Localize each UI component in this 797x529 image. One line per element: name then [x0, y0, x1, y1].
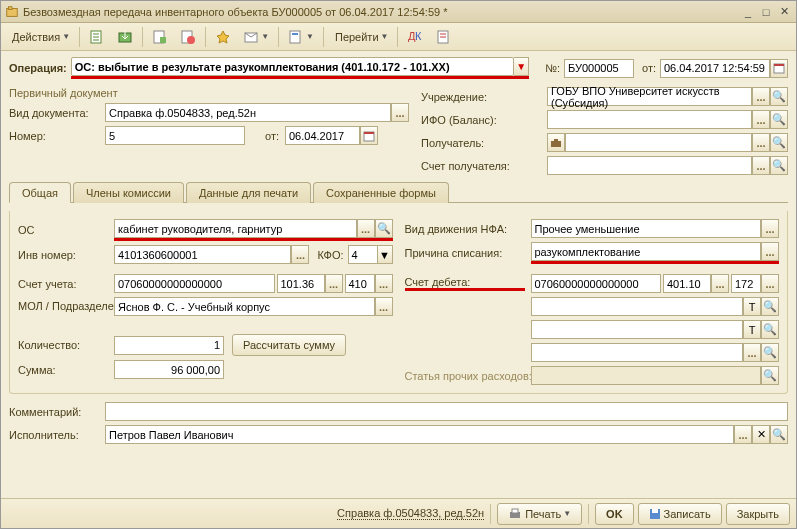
isp-field[interactable]: Петров Павел Иванович: [105, 425, 734, 444]
isp-clear-icon[interactable]: ✕: [752, 425, 770, 444]
spravka-link[interactable]: Справка ф.0504833, ред.52н: [337, 507, 484, 520]
debet-s1[interactable]: 🔍: [761, 297, 779, 316]
debet-s3[interactable]: 🔍: [761, 343, 779, 362]
isp-search-icon[interactable]: 🔍: [770, 425, 788, 444]
qty-field[interactable]: 1: [114, 336, 224, 355]
nomer-field[interactable]: 5: [105, 126, 245, 145]
inv-lookup[interactable]: ...: [291, 245, 309, 264]
operation-select[interactable]: ОС: выбытие в результате разукомплектова…: [71, 57, 514, 76]
debet-extra3-lu[interactable]: ...: [743, 343, 761, 362]
schetuch-f2[interactable]: 101.36: [277, 274, 325, 293]
ot-date-field[interactable]: 06.04.2017: [285, 126, 360, 145]
ot-calendar-icon[interactable]: [360, 126, 378, 145]
schetuch-f3[interactable]: 410: [345, 274, 375, 293]
pol-briefcase-icon[interactable]: [547, 133, 565, 152]
viddok-lookup[interactable]: ...: [391, 103, 409, 122]
viddv-lookup[interactable]: ...: [761, 219, 779, 238]
ok-button[interactable]: OK: [595, 503, 634, 525]
calendar-icon[interactable]: [770, 59, 788, 78]
ifo-search-icon[interactable]: 🔍: [770, 110, 788, 129]
tab-committee[interactable]: Члены комиссии: [73, 182, 184, 203]
debet-extra2[interactable]: [531, 320, 744, 339]
os-lookup[interactable]: ...: [357, 219, 375, 238]
svg-rect-23: [652, 509, 658, 513]
viddok-label: Вид документа:: [9, 107, 99, 119]
statya-search[interactable]: 🔍: [761, 366, 779, 385]
prichina-lookup[interactable]: ...: [761, 242, 779, 261]
tb-icon-7[interactable]: ▼: [283, 26, 319, 48]
prichina-field[interactable]: разукомплектование: [531, 242, 762, 261]
debet-t2[interactable]: T: [743, 320, 761, 339]
svg-rect-18: [551, 141, 561, 147]
sum-field[interactable]: 96 000,00: [114, 360, 224, 379]
window-title: Безвозмездная передача инвентарного объе…: [23, 6, 738, 18]
kfo-label: КФО:: [317, 249, 343, 261]
ifo-field[interactable]: [547, 110, 752, 129]
num-field[interactable]: БУ000005: [564, 59, 634, 78]
mol-field[interactable]: Яснов Ф. С. - Учебный корпус: [114, 297, 375, 316]
os-search-icon[interactable]: 🔍: [375, 219, 393, 238]
kfo-field[interactable]: 4: [348, 245, 378, 264]
maximize-button[interactable]: □: [758, 5, 774, 19]
close-button-footer[interactable]: Закрыть: [726, 503, 790, 525]
komm-field[interactable]: [105, 402, 788, 421]
tb-icon-5[interactable]: [210, 26, 236, 48]
uchr-field[interactable]: ГОБУ ВПО Университет искусств (Субсидия): [547, 87, 752, 106]
schetpol-lookup[interactable]: ...: [752, 156, 770, 175]
schetuch-f3-lu[interactable]: ...: [375, 274, 393, 293]
uchr-lookup[interactable]: ...: [752, 87, 770, 106]
minimize-button[interactable]: _: [740, 5, 756, 19]
pol-field[interactable]: [565, 133, 752, 152]
debet-f1[interactable]: 07060000000000000: [531, 274, 662, 293]
close-button[interactable]: ✕: [776, 5, 792, 19]
isp-lookup[interactable]: ...: [734, 425, 752, 444]
viddok-field[interactable]: Справка ф.0504833, ред.52н: [105, 103, 391, 122]
viddv-label: Вид движения НФА:: [405, 223, 525, 235]
pol-search-icon[interactable]: 🔍: [770, 133, 788, 152]
uchr-search-icon[interactable]: 🔍: [770, 87, 788, 106]
schetpol-search-icon[interactable]: 🔍: [770, 156, 788, 175]
viddv-field[interactable]: Прочее уменьшение: [531, 219, 762, 238]
tab-printdata[interactable]: Данные для печати: [186, 182, 311, 203]
debet-extra3[interactable]: [531, 343, 744, 362]
debet-f2-lu[interactable]: ...: [711, 274, 729, 293]
tb-icon-4[interactable]: [175, 26, 201, 48]
tabs: Общая Члены комиссии Данные для печати С…: [9, 181, 788, 203]
operation-label: Операция:: [9, 62, 67, 74]
tb-icon-2[interactable]: [112, 26, 138, 48]
ifo-lookup[interactable]: ...: [752, 110, 770, 129]
tb-icon-1[interactable]: [84, 26, 110, 48]
schetuch-label: Счет учета:: [18, 278, 108, 290]
svg-point-7: [187, 36, 195, 44]
debet-f2[interactable]: 401.10: [663, 274, 711, 293]
kfo-dropdown[interactable]: ▼: [378, 245, 393, 264]
inv-field[interactable]: 4101360600001: [114, 245, 291, 264]
statya-label: Статья прочих расходов:: [405, 370, 525, 382]
debet-f3-lu[interactable]: ...: [761, 274, 779, 293]
svg-rect-17: [364, 132, 374, 134]
operation-dropdown[interactable]: ▼: [514, 57, 529, 76]
pol-lookup[interactable]: ...: [752, 133, 770, 152]
goto-menu[interactable]: Перейти▼: [328, 26, 394, 48]
calc-button[interactable]: Рассчитать сумму: [232, 334, 346, 356]
schetpol-field[interactable]: [547, 156, 752, 175]
svg-rect-21: [512, 509, 518, 513]
schetuch-f1[interactable]: 07060000000000000: [114, 274, 275, 293]
debet-extra1[interactable]: [531, 297, 744, 316]
debet-t1[interactable]: T: [743, 297, 761, 316]
os-field[interactable]: кабинет руководителя, гарнитур: [114, 219, 357, 238]
actions-menu[interactable]: Действия▼: [5, 26, 75, 48]
debet-f3[interactable]: 172: [731, 274, 761, 293]
tb-icon-dk[interactable]: ДК: [402, 26, 428, 48]
print-button[interactable]: Печать▼: [497, 503, 582, 525]
schetuch-f2-lu[interactable]: ...: [325, 274, 343, 293]
date-field[interactable]: 06.04.2017 12:54:59: [660, 59, 770, 78]
save-button[interactable]: Записать: [638, 503, 722, 525]
mol-lookup[interactable]: ...: [375, 297, 393, 316]
tab-general[interactable]: Общая: [9, 182, 71, 203]
tb-icon-3[interactable]: [147, 26, 173, 48]
tb-icon-rules[interactable]: [430, 26, 456, 48]
debet-s2[interactable]: 🔍: [761, 320, 779, 339]
tab-savedforms[interactable]: Сохраненные формы: [313, 182, 449, 203]
tb-icon-6[interactable]: ▼: [238, 26, 274, 48]
